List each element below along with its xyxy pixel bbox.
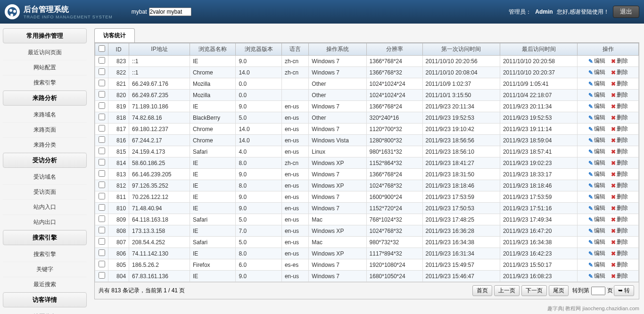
select-all-checkbox[interactable]: [99, 45, 105, 52]
delete-link[interactable]: ✖删除: [611, 68, 628, 76]
row-checkbox[interactable]: [99, 68, 105, 75]
delete-icon: ✖: [611, 69, 616, 76]
row-checkbox[interactable]: [99, 125, 105, 132]
sidebar-group-title[interactable]: 来路分析: [3, 91, 87, 106]
sidebar-group-title[interactable]: 受访分析: [3, 153, 87, 168]
delete-icon: ✖: [611, 228, 616, 234]
row-checkbox[interactable]: [99, 91, 105, 98]
row-checkbox[interactable]: [99, 238, 105, 245]
tab-visitors[interactable]: 访客统计: [94, 28, 135, 42]
edit-link[interactable]: ✎编辑: [588, 249, 605, 257]
row-checkbox[interactable]: [99, 193, 105, 199]
pager-prev[interactable]: 上一页: [494, 285, 520, 296]
logout-button[interactable]: 退出: [613, 6, 639, 18]
row-checkbox[interactable]: [99, 159, 105, 165]
edit-link[interactable]: ✎编辑: [588, 114, 605, 122]
edit-link[interactable]: ✎编辑: [588, 227, 605, 235]
header: 后台管理系统 TRADE INFO MANAGEMENT SYSTEM myba…: [0, 0, 644, 24]
sidebar-item[interactable]: 来路分类: [3, 138, 87, 153]
visitor-table: IDIP地址浏览器名称浏览器版本语言操作系统分辨率第一次访问时间最后访问时间操作…: [95, 43, 639, 282]
edit-link[interactable]: ✎编辑: [588, 261, 605, 269]
delete-link[interactable]: ✖删除: [611, 80, 628, 88]
sidebar-group-title[interactable]: 访客详情: [3, 292, 87, 307]
row-checkbox[interactable]: [99, 148, 105, 154]
delete-link[interactable]: ✖删除: [611, 125, 628, 133]
table-row: 822::1Chrome14.0zh-cnWindows 71366*768*3…: [95, 67, 639, 78]
delete-link[interactable]: ✖删除: [611, 227, 628, 235]
sidebar-item[interactable]: 搜索引擎: [3, 247, 87, 262]
sidebar-item[interactable]: 受访域名: [3, 170, 87, 185]
sidebar-item[interactable]: 关键字: [3, 262, 87, 277]
delete-link[interactable]: ✖删除: [611, 204, 628, 212]
pager-first[interactable]: 首页: [472, 285, 492, 296]
edit-link[interactable]: ✎编辑: [588, 148, 605, 156]
sidebar-item[interactable]: 来路域名: [3, 107, 87, 123]
delete-link[interactable]: ✖删除: [611, 193, 628, 201]
sidebar-item[interactable]: 搜索引擎: [3, 75, 87, 91]
edit-link[interactable]: ✎编辑: [588, 182, 605, 190]
edit-link[interactable]: ✎编辑: [588, 215, 605, 223]
delete-link[interactable]: ✖删除: [611, 159, 628, 167]
row-checkbox[interactable]: [99, 261, 105, 267]
row-checkbox[interactable]: [99, 227, 105, 233]
delete-link[interactable]: ✖删除: [611, 272, 628, 280]
row-checkbox[interactable]: [99, 136, 105, 143]
edit-icon: ✎: [588, 182, 593, 189]
sidebar-item[interactable]: 受访页面: [3, 185, 87, 200]
edit-link[interactable]: ✎编辑: [588, 272, 605, 280]
edit-link[interactable]: ✎编辑: [588, 80, 605, 88]
delete-link[interactable]: ✖删除: [611, 102, 628, 110]
sidebar-item[interactable]: 地区分布: [3, 309, 87, 314]
sidebar-item[interactable]: 站内出口: [3, 215, 87, 230]
delete-link[interactable]: ✖删除: [611, 249, 628, 257]
mid-input[interactable]: [149, 8, 191, 16]
edit-link[interactable]: ✎编辑: [588, 193, 605, 201]
edit-link[interactable]: ✎编辑: [588, 159, 605, 167]
row-checkbox[interactable]: [99, 57, 105, 64]
pager-go[interactable]: ➥ 转: [614, 285, 634, 296]
edit-link[interactable]: ✎编辑: [588, 238, 605, 246]
sidebar-item[interactable]: 最近搜索: [3, 277, 87, 292]
delete-link[interactable]: ✖删除: [611, 57, 628, 65]
sidebar-item[interactable]: 来路页面: [3, 123, 87, 138]
edit-link[interactable]: ✎编辑: [588, 170, 605, 178]
edit-link[interactable]: ✎编辑: [588, 102, 605, 110]
delete-link[interactable]: ✖删除: [611, 148, 628, 156]
edit-link[interactable]: ✎编辑: [588, 91, 605, 99]
row-checkbox[interactable]: [99, 170, 105, 177]
edit-link[interactable]: ✎编辑: [588, 125, 605, 133]
pager-next[interactable]: 下一页: [521, 285, 547, 296]
row-checkbox[interactable]: [99, 215, 105, 222]
row-checkbox[interactable]: [99, 102, 105, 109]
delete-icon: ✖: [611, 216, 616, 223]
sidebar-item[interactable]: 网站配置: [3, 60, 87, 75]
delete-link[interactable]: ✖删除: [611, 136, 628, 144]
edit-link[interactable]: ✎编辑: [588, 68, 605, 76]
row-checkbox[interactable]: [99, 204, 105, 211]
delete-link[interactable]: ✖删除: [611, 182, 628, 190]
edit-link[interactable]: ✎编辑: [588, 57, 605, 65]
pager-info: 共有 813 条记录，当前第 1 / 41 页: [99, 287, 471, 295]
delete-icon: ✖: [611, 126, 616, 132]
row-checkbox[interactable]: [99, 249, 105, 256]
sidebar-group-title[interactable]: 常用操作管理: [3, 28, 87, 43]
sidebar-item[interactable]: 最近访问页面: [3, 45, 87, 60]
row-checkbox[interactable]: [99, 80, 105, 86]
pager-last[interactable]: 尾页: [549, 285, 569, 296]
edit-link[interactable]: ✎编辑: [588, 204, 605, 212]
sidebar-item[interactable]: 站内入口: [3, 200, 87, 215]
edit-link[interactable]: ✎编辑: [588, 136, 605, 144]
delete-link[interactable]: ✖删除: [611, 114, 628, 122]
row-checkbox[interactable]: [99, 114, 105, 120]
delete-link[interactable]: ✖删除: [611, 215, 628, 223]
delete-link[interactable]: ✖删除: [611, 170, 628, 178]
delete-icon: ✖: [611, 273, 616, 280]
delete-link[interactable]: ✖删除: [611, 91, 628, 99]
table-row: 82166.249.67.176Mozilla0.0Other1024*1024…: [95, 78, 639, 90]
row-checkbox[interactable]: [99, 182, 105, 188]
row-checkbox[interactable]: [99, 272, 105, 279]
sidebar-group-title[interactable]: 搜索引擎: [3, 230, 87, 245]
delete-link[interactable]: ✖删除: [611, 238, 628, 246]
delete-link[interactable]: ✖删除: [611, 261, 628, 269]
pager-input[interactable]: [591, 287, 605, 295]
